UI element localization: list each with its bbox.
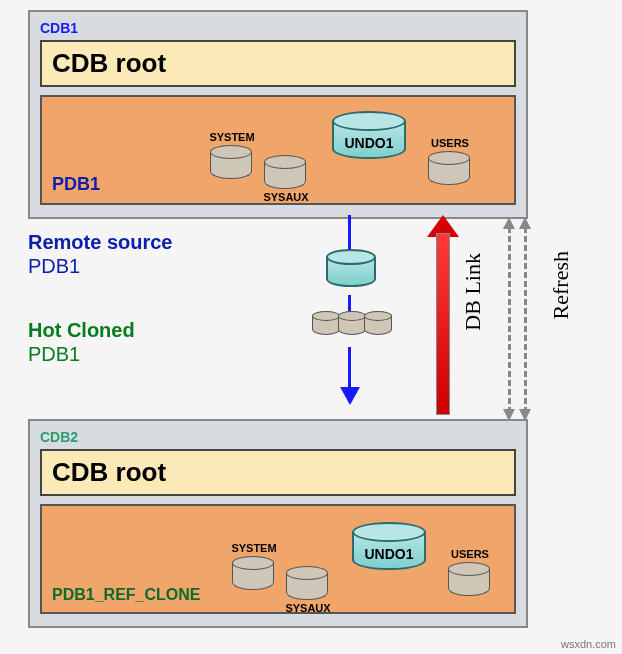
cdb2-pdb-label: PDB1_REF_CLONE [52, 586, 200, 604]
cdb2-pdb-box: PDB1_REF_CLONE SYSTEM SYSAUX UNDO1 USERS [40, 504, 516, 614]
tablespace-system: SYSTEM [210, 145, 252, 179]
tablespace-system-label: SYSTEM [206, 131, 258, 143]
tablespace-users-label: USERS [444, 548, 496, 560]
cdb1-pdb-label: PDB1 [52, 174, 100, 195]
source-db-icon [326, 249, 376, 287]
tablespace-sysaux: SYSAUX [286, 566, 328, 600]
arrow-down-icon [340, 387, 360, 405]
cdb2-container: CDB2 CDB root PDB1_REF_CLONE SYSTEM SYSA… [28, 419, 528, 628]
db-link-label: DB Link [460, 253, 486, 331]
tablespace-undo: UNDO1 [352, 522, 426, 570]
hot-cloned-pdb: PDB1 [28, 343, 80, 366]
tablespace-sysaux-label: SYSAUX [260, 191, 312, 203]
cdb1-pdb-box: PDB1 SYSTEM SYSAUX UNDO1 USERS [40, 95, 516, 205]
remote-source-pdb: PDB1 [28, 255, 80, 278]
tablespace-system-label: SYSTEM [228, 542, 280, 554]
clone-flow-icon [306, 215, 396, 419]
tablespace-users: USERS [448, 562, 490, 596]
middle-zone: Remote source PDB1 Hot Cloned PDB1 DB Li… [28, 219, 588, 415]
cdb1-container: CDB1 CDB root PDB1 SYSTEM SYSAUX UNDO1 U… [28, 10, 528, 219]
cdb2-label: CDB2 [40, 429, 516, 445]
cdb1-label: CDB1 [40, 20, 516, 36]
cdb2-root: CDB root [40, 449, 516, 496]
remote-source-label: Remote source [28, 231, 173, 254]
tablespace-sysaux: SYSAUX [264, 155, 306, 189]
tablespace-users-label: USERS [424, 137, 476, 149]
hot-cloned-label: Hot Cloned [28, 319, 135, 342]
refresh-arrow-icon [506, 213, 546, 419]
tablespace-users: USERS [428, 151, 470, 185]
tablespace-undo-label: UNDO1 [352, 546, 426, 562]
tablespace-undo: UNDO1 [332, 111, 406, 159]
tablespace-sysaux-label: SYSAUX [282, 602, 334, 614]
cdb1-root: CDB root [40, 40, 516, 87]
datafiles-icon [312, 311, 390, 351]
tablespace-system: SYSTEM [232, 556, 274, 590]
watermark: wsxdn.com [561, 638, 616, 650]
tablespace-undo-label: UNDO1 [332, 135, 406, 151]
refresh-label: Refresh [548, 251, 574, 319]
db-link-arrow-icon [428, 215, 458, 419]
